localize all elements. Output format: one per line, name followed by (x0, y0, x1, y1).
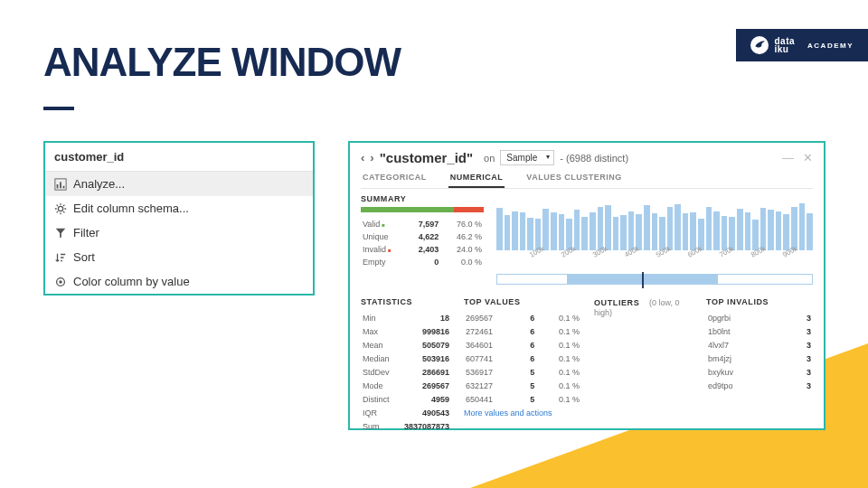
menu-item-filter[interactable]: Filter (45, 221, 313, 245)
color-dot-icon (54, 276, 67, 288)
minimize-icon[interactable]: — (782, 151, 794, 164)
histogram-bar (512, 211, 518, 250)
histogram-bar (807, 213, 813, 250)
tab-values-clustering[interactable]: VALUES CLUSTERING (524, 173, 623, 188)
brand-label: ACADEMY (807, 42, 854, 50)
stat-label: Sum (363, 420, 394, 432)
topvalue-count: 5 (512, 366, 534, 378)
stat-label: StdDev (363, 366, 394, 378)
histogram-bar (776, 211, 782, 250)
histogram-bar (799, 203, 806, 250)
topinvalid-value: bm4jzj (708, 352, 794, 364)
topvalue-pct: 0.1 % (536, 366, 580, 378)
menu-item-label: Filter (73, 226, 99, 239)
histogram-bar (713, 211, 720, 250)
histogram-bar (605, 205, 611, 250)
topvalue-count: 5 (512, 393, 534, 405)
topinvalid-value: ed9tpo (708, 380, 794, 391)
histogram-bar (505, 215, 511, 250)
statistics-title: STATISTICS (361, 297, 451, 306)
context-menu-header: customer_id (45, 143, 313, 172)
histogram-bar (628, 211, 635, 250)
histogram-bar (690, 212, 696, 250)
topvalue-count: 5 (512, 380, 534, 391)
stat-label: IQR (363, 407, 394, 418)
close-icon[interactable]: ✕ (803, 151, 813, 164)
tab-categorical[interactable]: CATEGORICAL (361, 173, 429, 188)
topinvalid-count: 3 (796, 325, 811, 337)
topinvalids-table: 0pgrbi31b0lnt34lvxl73bm4jzj3bxykuv3ed9tp… (706, 310, 813, 393)
boxplot-median-line (642, 272, 644, 288)
topvalue-value: 269567 (466, 312, 510, 324)
analyze-tabs: CATEGORICAL NUMERICAL VALUES CLUSTERING (361, 173, 813, 189)
topvalues-title: TOP VALUES (464, 297, 581, 306)
menu-item-edit-column-schema[interactable]: Edit column schema... (45, 196, 313, 221)
svg-point-6 (59, 280, 62, 284)
summary-table: Valid7,59776.0 %Unique4,62246.2 %Invalid… (361, 217, 484, 269)
brand-logo-icon (750, 36, 769, 54)
on-label: on (484, 153, 495, 164)
menu-item-analyze[interactable]: Analyze... (45, 172, 313, 196)
svg-rect-2 (60, 182, 61, 188)
stat-value: 505079 (396, 339, 449, 351)
summary-row-label: Unique (363, 231, 405, 242)
next-column-button[interactable]: › (370, 151, 373, 164)
analyze-window: ‹ › "customer_id" on Sample - (6988 dist… (348, 141, 826, 430)
summary-title: SUMMARY (361, 194, 484, 203)
histogram-bar (737, 209, 743, 250)
stat-value: 286691 (396, 366, 449, 378)
stat-label: Max (363, 325, 394, 337)
topvalues-table: 26956760.1 %27246160.1 %36460160.1 %6077… (464, 310, 581, 407)
summary-row-pct: 46.2 % (444, 231, 482, 242)
stat-label: Mode (363, 380, 394, 391)
title-underline (43, 107, 74, 110)
stat-value: 999816 (396, 325, 449, 337)
stat-label: Mean (363, 339, 394, 351)
sample-dropdown[interactable]: Sample (500, 150, 554, 165)
analyze-column-name: "customer_id" (380, 150, 473, 165)
page-title: ANALYZE WINDOW (43, 40, 401, 85)
stat-value: 269567 (396, 380, 449, 391)
histogram-bar (559, 214, 565, 250)
topvalue-pct: 0.1 % (536, 339, 580, 351)
boxplot-range-bar (496, 274, 813, 285)
summary-row-pct: 24.0 % (444, 244, 482, 255)
column-context-menu-panel: customer_id Analyze...Edit column schema… (43, 141, 315, 296)
histogram-bar (683, 213, 689, 250)
topvalue-value: 650441 (466, 393, 510, 405)
histogram-bar (598, 207, 604, 250)
menu-item-label: Analyze... (73, 177, 125, 191)
topinvalid-count: 3 (796, 312, 811, 324)
summary-row-pct: 0.0 % (444, 257, 482, 267)
histogram-bar (574, 210, 580, 250)
histogram-bar (644, 205, 650, 250)
stat-label: Median (363, 352, 394, 364)
stat-value: 18 (396, 312, 449, 324)
menu-item-color-column-by-value[interactable]: Color column by value (45, 269, 313, 294)
stat-value: 3837087873 (396, 420, 449, 432)
histogram-bar (590, 212, 596, 250)
tab-numerical[interactable]: NUMERICAL (448, 173, 505, 188)
menu-item-sort[interactable]: Sort (45, 245, 313, 269)
svg-rect-1 (57, 184, 59, 188)
summary-row-label: Invalid (363, 244, 405, 255)
histogram-bar (706, 207, 712, 250)
topvalue-count: 6 (512, 325, 534, 337)
funnel-icon (54, 227, 67, 239)
topvalue-value: 364601 (466, 339, 510, 351)
svg-rect-3 (63, 185, 65, 188)
topvalue-count: 6 (512, 352, 534, 364)
histogram-bar (542, 209, 549, 250)
histogram-bar (768, 210, 774, 250)
histogram-bar (675, 204, 681, 250)
svg-point-4 (58, 206, 62, 211)
more-values-link[interactable]: More values and actions (464, 408, 552, 418)
validity-bar-valid (361, 207, 454, 212)
topvalue-value: 632127 (466, 380, 510, 391)
prev-column-button[interactable]: ‹ (361, 151, 364, 164)
topvalue-pct: 0.1 % (536, 312, 580, 324)
histogram-bar (527, 218, 533, 250)
topinvalid-value: 4lvxl7 (708, 339, 794, 351)
topvalue-pct: 0.1 % (536, 380, 580, 391)
chart-bar-icon (54, 178, 67, 191)
